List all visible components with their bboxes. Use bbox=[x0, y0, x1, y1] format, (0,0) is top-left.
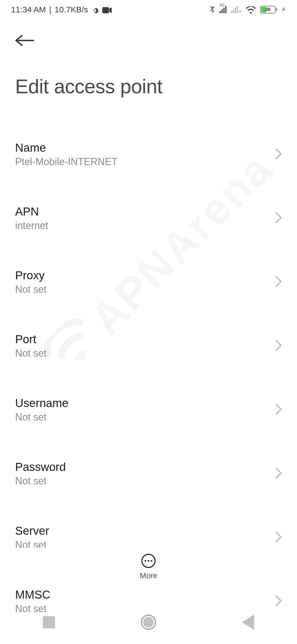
chevron-right-icon bbox=[275, 275, 282, 289]
setting-value: Not set bbox=[15, 284, 46, 295]
setting-proxy[interactable]: Proxy Not set bbox=[15, 258, 282, 306]
setting-value: Not set bbox=[15, 348, 46, 359]
setting-value: Ptel-Mobile-INTERNET bbox=[15, 156, 117, 168]
setting-label: MMSC bbox=[15, 588, 50, 601]
signal-nosim-icon: ✕ bbox=[231, 6, 241, 13]
setting-port[interactable]: Port Not set bbox=[15, 322, 282, 370]
bluetooth-icon bbox=[209, 4, 215, 15]
setting-label: Proxy bbox=[15, 269, 46, 282]
setting-label: APN bbox=[15, 205, 48, 218]
setting-value: Not set bbox=[15, 475, 66, 487]
setting-label: Username bbox=[15, 397, 68, 410]
more-icon bbox=[141, 554, 156, 568]
charging-icon: ⚡︎ bbox=[281, 6, 286, 13]
action-bar: More bbox=[0, 548, 297, 586]
setting-password[interactable]: Password Not set bbox=[15, 450, 282, 497]
wifi-icon bbox=[246, 5, 256, 14]
camera-icon bbox=[102, 5, 112, 14]
chevron-right-icon bbox=[275, 212, 282, 225]
setting-mms-proxy[interactable]: MMS proxy Not set bbox=[15, 642, 282, 644]
setting-username[interactable]: Username Not set bbox=[15, 386, 282, 433]
setting-label: Port bbox=[15, 333, 46, 346]
setting-value: Not set bbox=[15, 411, 68, 423]
chevron-right-icon bbox=[275, 339, 282, 353]
gear-icon bbox=[91, 5, 99, 14]
battery-icon: 38 bbox=[260, 6, 277, 13]
chevron-right-icon bbox=[275, 467, 282, 480]
setting-value: Not set bbox=[15, 603, 50, 615]
setting-apn[interactable]: APN internet bbox=[15, 195, 282, 242]
chevron-right-icon bbox=[275, 595, 282, 608]
setting-label: Password bbox=[15, 460, 66, 474]
signal-4g-icon: 4G bbox=[219, 6, 227, 13]
chevron-right-icon bbox=[275, 148, 282, 161]
status-bar: 11:34 AM | 10.7KB/s 4G ✕ bbox=[0, 0, 297, 19]
chevron-right-icon bbox=[275, 403, 282, 416]
setting-label: Name bbox=[15, 141, 117, 154]
back-button[interactable] bbox=[15, 32, 34, 50]
setting-name[interactable]: Name Ptel-Mobile-INTERNET bbox=[15, 131, 282, 178]
status-right: 4G ✕ 38 ⚡︎ bbox=[209, 4, 286, 15]
status-time: 11:34 AM bbox=[11, 5, 46, 14]
header: Edit access point bbox=[0, 19, 297, 103]
chevron-right-icon bbox=[275, 531, 282, 544]
more-label: More bbox=[140, 571, 157, 580]
status-transfer: 10.7KB/s bbox=[55, 5, 88, 14]
status-left: 11:34 AM | 10.7KB/s bbox=[11, 5, 112, 14]
page-title: Edit access point bbox=[15, 75, 282, 98]
more-button[interactable]: More bbox=[140, 554, 157, 580]
setting-value: internet bbox=[15, 220, 48, 231]
svg-rect-0 bbox=[102, 7, 109, 13]
setting-label: Server bbox=[15, 524, 49, 537]
